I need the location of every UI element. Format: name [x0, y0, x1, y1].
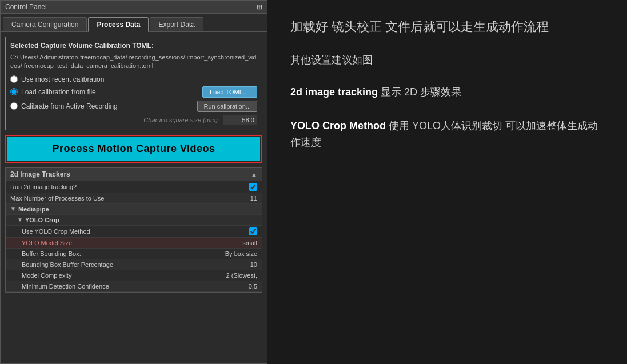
tracker-label: Use YOLO Crop Method	[22, 228, 90, 235]
tracker-value: small	[242, 239, 257, 246]
tracker-value: 2 (Slowest,	[226, 272, 257, 279]
panel-pin-icon[interactable]: ⊞	[257, 3, 262, 11]
radio-active-label: Calibrate from Active Recording	[21, 102, 194, 110]
list-item: Model Complexity 2 (Slowest,	[6, 270, 262, 281]
chinese-text-3: 2d image tracking 显示 2D 步骤效果	[290, 84, 604, 101]
chinese-text-4: YOLO Crop Method 使用 YOLO人体识别裁切 可以加速整体生成动…	[290, 118, 604, 151]
trackers-section: 2d Image Trackers ▲ Run 2d image trackin…	[5, 167, 262, 293]
tab-camera-configuration[interactable]: Camera Configuration	[3, 17, 87, 31]
list-item: Bounding Box Buffer Percentage 10	[6, 259, 262, 270]
list-item: Max Number of Processes to Use 11	[6, 193, 262, 204]
list-item: YOLO Model Size small	[6, 238, 262, 249]
tracker-label: Model Complexity	[22, 272, 71, 279]
radio-active[interactable]	[10, 102, 18, 110]
process-motion-capture-button[interactable]: Process Motion Capture Videos	[7, 137, 260, 161]
calibration-section: Selected Capture Volume Calibration TOML…	[5, 37, 262, 130]
tracker-label: Buffer Bounding Box:	[22, 250, 81, 257]
tracker-label: Minimum Detection Confidence	[22, 283, 109, 290]
tab-export-data[interactable]: Export Data	[150, 17, 203, 31]
trackers-list: Run 2d image tracking? Max Number of Pro…	[6, 181, 262, 292]
expand-icon: ▼	[10, 206, 16, 212]
list-item: Run 2d image tracking?	[6, 181, 262, 193]
trackers-scroll-icon: ▲	[251, 171, 257, 178]
tracker-label: YOLO Model Size	[22, 239, 72, 246]
text3-suffix: 显示 2D 步骤效果	[378, 86, 461, 98]
radio-row-active: Calibrate from Active Recording Run cali…	[10, 101, 257, 112]
tracker-label: Bounding Box Buffer Percentage	[22, 261, 113, 268]
list-item: Buffer Bounding Box: By box size	[6, 249, 262, 259]
trackers-header: 2d Image Trackers ▲	[6, 168, 262, 181]
chinese-text-1: 加载好 镜头校正 文件后就可以走生成动作流程	[290, 17, 604, 36]
use-yolo-crop-checkbox[interactable]	[249, 227, 257, 235]
radio-recent-label: Use most recent calibration	[21, 75, 257, 83]
subgroup-yolo-crop[interactable]: ▼ YOLO Crop	[6, 215, 262, 226]
tab-process-data[interactable]: Process Data	[88, 17, 149, 32]
panel-content: Selected Capture Volume Calibration TOML…	[1, 32, 267, 363]
trackers-title: 2d Image Trackers	[10, 170, 70, 178]
radio-row-load: Load calibration from file Load TOML....	[10, 86, 257, 98]
tracker-value: 10	[250, 261, 257, 268]
run-calibration-button[interactable]: Run calibration...	[197, 101, 257, 112]
tracker-value: 0.5	[249, 283, 257, 290]
tracker-value: By box size	[225, 250, 257, 257]
control-panel: Control Panel ⊞ Camera Configuration Pro…	[0, 0, 267, 364]
radio-recent[interactable]	[10, 75, 18, 83]
load-toml-button[interactable]: Load TOML....	[202, 86, 257, 98]
tracker-value: 11	[250, 195, 257, 202]
chinese-text-2: 其他设置建议如图	[290, 53, 604, 67]
process-button-wrapper: Process Motion Capture Videos	[5, 135, 262, 163]
right-panel: 加载好 镜头校正 文件后就可以走生成动作流程 其他设置建议如图 2d image…	[267, 0, 627, 364]
calibration-file-path: C:/ Users/ Administrator/ freemocap_data…	[10, 53, 257, 71]
text4-bold: YOLO Crop Method	[290, 120, 386, 131]
charuco-row: Charuco square size (mm):	[10, 115, 257, 125]
radio-load[interactable]	[10, 88, 18, 95]
list-item: Minimum Detection Confidence 0.5	[6, 281, 262, 292]
tracker-label: Run 2d image tracking?	[10, 183, 77, 190]
calibration-section-title: Selected Capture Volume Calibration TOML…	[10, 42, 257, 50]
list-item: Use YOLO Crop Method	[6, 226, 262, 238]
group-mediapipe[interactable]: ▼ Mediapipe	[6, 204, 262, 215]
panel-titlebar: Control Panel ⊞	[1, 1, 267, 14]
radio-row-recent: Use most recent calibration	[10, 75, 257, 83]
panel-title: Control Panel	[5, 3, 47, 11]
subgroup-label: YOLO Crop	[25, 217, 59, 223]
run-2d-tracking-checkbox[interactable]	[249, 183, 257, 191]
charuco-input[interactable]	[223, 115, 257, 125]
charuco-label: Charuco square size (mm):	[143, 117, 219, 123]
group-label: Mediapipe	[18, 206, 49, 213]
tracker-label: Max Number of Processes to Use	[10, 195, 104, 202]
text3-bold: 2d image tracking	[290, 86, 378, 98]
radio-load-label: Load calibration from file	[21, 88, 199, 96]
expand-icon: ▼	[17, 217, 23, 223]
text2-content: 其他设置建议如图	[290, 54, 373, 66]
tab-bar: Camera Configuration Process Data Export…	[1, 14, 267, 32]
